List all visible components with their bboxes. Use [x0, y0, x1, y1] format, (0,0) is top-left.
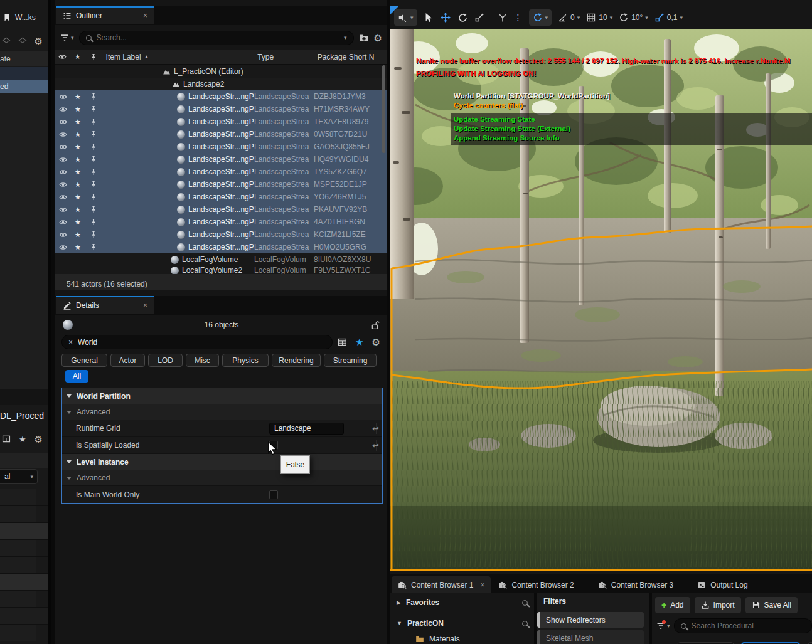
outliner-row-proxy[interactable]: ★LandscapeStr...ngProxy_2_0_0LandscapeSt…	[55, 153, 387, 166]
move-tool-icon[interactable]	[440, 12, 451, 23]
outliner-row-proxy[interactable]: ★LandscapeStr...ngProxy_3_0_0LandscapeSt…	[55, 203, 387, 216]
filter-chip-skeletal-mesh[interactable]: Skeletal Mesh	[537, 630, 644, 644]
close-icon[interactable]: ×	[480, 581, 484, 589]
close-icon[interactable]: ×	[143, 11, 147, 20]
snap-rotate-button[interactable]: ▾	[529, 9, 552, 26]
display-grid-icon[interactable]	[338, 337, 347, 347]
pin-icon[interactable]	[90, 53, 97, 61]
section-world-partition[interactable]: World Partition	[62, 388, 382, 404]
column-type-label[interactable]: Type	[254, 53, 313, 61]
star-column-icon[interactable]: ★	[70, 53, 85, 61]
tab-content-browser-3[interactable]: Content Browser 3	[592, 576, 680, 593]
cb-search-input[interactable]	[692, 621, 805, 630]
outliner-row-proxy[interactable]: ★LandscapeStr...ngProxy_0_3_0LandscapeSt…	[55, 90, 387, 103]
category-lod[interactable]: LOD	[148, 354, 183, 367]
category-streaming[interactable]: Streaming	[324, 354, 377, 367]
import-button[interactable]: Import	[695, 597, 741, 613]
rotation-snap-control[interactable]: 10° ▾	[619, 13, 648, 23]
dl-prop-row[interactable]	[0, 557, 48, 574]
dl-prop-row[interactable]	[0, 506, 48, 523]
search-icon[interactable]	[522, 621, 528, 626]
tab-content-browser-2[interactable]: Content Browser 2	[492, 576, 580, 593]
column-item-label[interactable]: Item Label	[106, 53, 141, 61]
collapse-arrow-icon[interactable]: ▼	[397, 620, 402, 626]
outliner-filter-button[interactable]: ▾	[60, 33, 74, 42]
clear-x-icon[interactable]: ×	[68, 338, 73, 347]
dl-section-row[interactable]	[0, 574, 48, 591]
section-level-instance[interactable]: Level Instance	[62, 454, 382, 470]
outliner-row-proxy[interactable]: ★LandscapeStr...ngProxy_1_0_0LandscapeSt…	[55, 103, 387, 115]
close-icon[interactable]: ×	[143, 301, 147, 310]
runtime-grid-field[interactable]: Landscape	[269, 423, 344, 435]
cb-search[interactable]	[674, 618, 812, 633]
tab-content-browser-1[interactable]: Content Browser 1 ×	[392, 576, 491, 593]
practicon-row[interactable]: ▼ PracticON	[390, 614, 534, 633]
is-main-world-only-checkbox[interactable]	[269, 490, 278, 499]
outliner-row-proxy[interactable]: ★LandscapeStr...ngProxy_3_1_0LandscapeSt…	[55, 216, 387, 228]
kebab-menu-icon[interactable]: ⋮	[514, 13, 523, 23]
dl-prop-row[interactable]	[0, 540, 48, 557]
tab-world-layers[interactable]: W...ks	[3, 9, 36, 26]
outliner-settings-gear-icon[interactable]: ⚙	[374, 33, 382, 43]
scale-tool-icon[interactable]	[474, 13, 484, 23]
tab-output-log[interactable]: Output Log	[691, 576, 754, 593]
dl-prop-row[interactable]	[0, 608, 48, 625]
remove-layer-icon[interactable]	[18, 36, 27, 45]
outliner-row-proxy[interactable]: ★LandscapeStr...ngProxy_2_2_0LandscapeSt…	[55, 178, 387, 191]
section-advanced-2[interactable]: Advanced	[62, 470, 382, 486]
details-search-input[interactable]	[78, 338, 326, 347]
outliner-header-row[interactable]: ★ Item Label ▲ Type Package Short N	[55, 50, 387, 65]
chevron-down-icon[interactable]: ▾	[344, 34, 347, 41]
category-all-button[interactable]: All	[65, 370, 88, 383]
layer-row-selected[interactable]: ed	[0, 80, 48, 93]
outliner-row-proxy[interactable]: ★LandscapeStr...ngProxy_1_1_0LandscapeSt…	[55, 115, 387, 128]
favorites-row[interactable]: ▶ Favorites	[390, 593, 534, 612]
layers-settings-gear-icon[interactable]: ⚙	[35, 36, 43, 46]
dl-section-row[interactable]	[0, 523, 48, 540]
cb-filter-button[interactable]: ▾	[656, 621, 670, 630]
filter-chip-show-redirectors[interactable]: Show Redirectors	[537, 612, 644, 628]
dl-prop-row[interactable]	[0, 591, 48, 608]
category-actor[interactable]: Actor	[110, 354, 145, 367]
new-folder-icon[interactable]	[359, 33, 369, 43]
layer-row[interactable]	[0, 67, 48, 80]
world-axis-icon[interactable]	[498, 13, 508, 23]
save-all-button[interactable]: Save All	[745, 597, 798, 613]
outliner-row-fog[interactable]: LocalFogVolume LocalFogVolum 8IUI0AOZ6XX…	[55, 253, 387, 266]
outliner-row-level[interactable]: L_PracticON (Editor)	[55, 65, 387, 78]
search-icon[interactable]	[522, 600, 528, 606]
add-button[interactable]: + Add	[655, 597, 690, 613]
tab-details[interactable]: Details ×	[56, 296, 154, 314]
scale-snap-control[interactable]: 0,1 ▾	[654, 13, 683, 23]
rotate-tool-icon[interactable]	[457, 13, 468, 23]
surface-snap-control[interactable]: 0 ▾	[558, 13, 580, 23]
visibility-eye-icon[interactable]	[58, 53, 67, 61]
outliner-search[interactable]: ▾	[79, 31, 354, 45]
materials-folder-row[interactable]: Materials	[390, 633, 534, 644]
outliner-row-proxy[interactable]: ★LandscapeStr...ngProxy_3_2_0LandscapeSt…	[55, 228, 387, 241]
dl-settings-gear-icon[interactable]: ⚙	[35, 435, 43, 444]
category-general[interactable]: General	[61, 354, 107, 367]
category-physics[interactable]: Physics	[222, 354, 269, 367]
outliner-row-proxy[interactable]: ★LandscapeStr...ngProxy_3_3_0LandscapeSt…	[55, 241, 387, 253]
outliner-row-landscape[interactable]: Landscape2	[55, 78, 387, 90]
favorites-star-icon[interactable]: ★	[355, 337, 363, 348]
outliner-row-proxy[interactable]: ★LandscapeStr...ngProxy_1_3_0LandscapeSt…	[55, 140, 387, 153]
select-cursor-icon[interactable]	[424, 13, 434, 23]
category-misc[interactable]: Misc	[186, 354, 219, 367]
3d-viewport[interactable]: Nanite node buffer overflow detected: 2 …	[390, 29, 812, 571]
expand-arrow-icon[interactable]: ▶	[397, 599, 401, 606]
outliner-row-proxy[interactable]: ★LandscapeStr...ngProxy_1_2_0LandscapeSt…	[55, 128, 387, 140]
tab-outliner[interactable]: Outliner ×	[56, 6, 154, 24]
outliner-row-proxy[interactable]: ★LandscapeStr...ngProxy_2_3_0LandscapeSt…	[55, 191, 387, 203]
editor-mode-button[interactable]: ▾	[394, 9, 417, 26]
details-settings-gear-icon[interactable]: ⚙	[371, 337, 380, 347]
reset-arrow-icon[interactable]: ↩	[372, 424, 379, 433]
outliner-row-fog2[interactable]: LocalFogVolume2 LocalFogVolum F9LV5LZWXT…	[55, 266, 387, 274]
favorites-star-icon[interactable]: ★	[19, 435, 26, 444]
dl-prop-row[interactable]	[0, 489, 48, 506]
outliner-row-proxy[interactable]: ★LandscapeStr...ngProxy_2_1_0LandscapeSt…	[55, 166, 387, 178]
category-rendering[interactable]: Rendering	[272, 354, 321, 367]
section-advanced[interactable]: Advanced	[62, 404, 382, 420]
outliner-search-input[interactable]	[97, 33, 339, 42]
